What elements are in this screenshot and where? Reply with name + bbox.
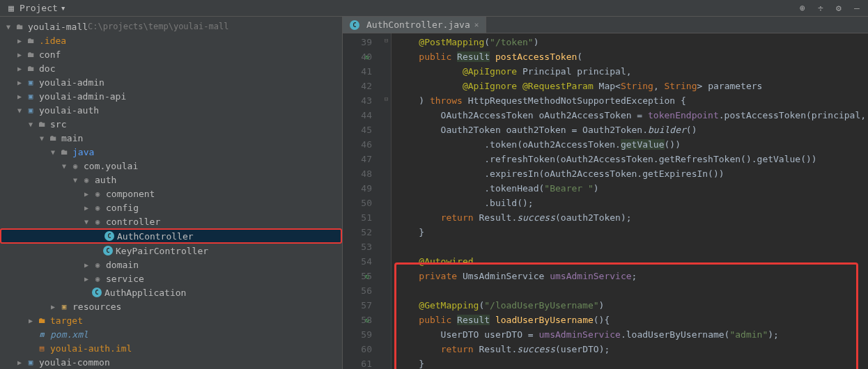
fold-gutter[interactable]	[382, 223, 391, 238]
code-line[interactable]: ) throws HttpRequestMethodNotSupportedEx…	[397, 93, 868, 108]
fold-gutter[interactable]: ⊟	[382, 92, 391, 107]
fold-gutter[interactable]	[382, 355, 391, 369]
tree-item-src[interactable]: ▼🖿src	[0, 117, 342, 131]
fold-gutter[interactable]	[382, 150, 391, 165]
code-line[interactable]: @ApiIgnore Principal principal,	[397, 64, 868, 79]
fold-gutter[interactable]	[382, 267, 391, 282]
expand-arrow-icon[interactable]: ▶	[15, 79, 24, 86]
code-line[interactable]: @ApiIgnore @RequestParam Map<String, Str…	[397, 79, 868, 93]
fold-gutter[interactable]	[382, 107, 391, 121]
expand-arrow-icon[interactable]: ▶	[15, 93, 24, 100]
fold-gutter[interactable]	[382, 165, 391, 180]
expand-arrow-icon[interactable]: ▼	[4, 23, 13, 31]
code-line[interactable]: }	[397, 356, 868, 369]
tree-item-target[interactable]: ▶🖿target	[0, 313, 342, 327]
fold-gutter[interactable]	[382, 48, 391, 63]
tree-item-youlai-auth[interactable]: ▼▣youlai-auth	[0, 103, 342, 117]
tree-item-auth[interactable]: ▼◉auth	[0, 173, 342, 187]
code-line[interactable]: }	[397, 225, 868, 240]
tree-item-resources[interactable]: ▶▣resources	[0, 299, 342, 313]
gear-icon[interactable]: ⚙	[833, 3, 844, 14]
fold-gutter[interactable]	[382, 121, 391, 136]
fold-gutter[interactable]	[382, 77, 391, 92]
fold-gutter[interactable]: ⊟	[382, 33, 391, 48]
tree-item-config[interactable]: ▶◉config	[0, 201, 342, 214]
project-tree[interactable]: ▼🖿youlai-mall C:\projects\temp\youlai-ma…	[0, 17, 343, 369]
tree-item-component[interactable]: ▶◉component	[0, 187, 342, 201]
fold-gutter[interactable]	[382, 311, 391, 326]
code-line[interactable]: .tokenHead("Bearer ")	[397, 181, 868, 196]
gutter-override-icon[interactable]: ↻	[364, 49, 371, 64]
expand-arrow-icon[interactable]: ▶	[49, 303, 57, 311]
fold-gutter[interactable]	[382, 136, 391, 150]
tree-item-service[interactable]: ▶◉service	[0, 272, 342, 285]
fold-gutter[interactable]	[382, 63, 391, 77]
code-line[interactable]: return Result.success(userDTO);	[397, 342, 868, 356]
minimize-icon[interactable]: —	[851, 3, 862, 14]
expand-arrow-icon[interactable]: ▼	[49, 148, 57, 156]
fold-gutter[interactable]	[382, 326, 391, 340]
expand-arrow-icon[interactable]: ▶	[15, 65, 24, 72]
expand-arrow-icon[interactable]: ▶	[82, 204, 91, 212]
fold-gutter[interactable]	[382, 180, 391, 194]
tree-item-keypaircontroller[interactable]: CKeyPairController	[0, 244, 342, 258]
tree-item-com-youlai[interactable]: ▼◉com.youlai	[0, 159, 342, 173]
expand-arrow-icon[interactable]: ▼	[38, 134, 46, 142]
tree-item-youlai-auth-iml[interactable]: ▤youlai-auth.iml	[0, 341, 342, 355]
expand-arrow-icon[interactable]: ▼	[15, 107, 24, 114]
fold-gutter[interactable]	[382, 340, 391, 355]
code-line[interactable]: @GetMapping("/loadUserByUsername")	[397, 298, 868, 313]
fold-gutter[interactable]	[382, 209, 391, 223]
tree-item-authapplication[interactable]: CAuthApplication	[0, 285, 342, 299]
tab-authcontroller[interactable]: C AuthController.java ✕	[343, 17, 486, 33]
fold-gutter[interactable]	[382, 194, 391, 209]
fold-gutter[interactable]	[382, 238, 391, 253]
expand-arrow-icon[interactable]: ▶	[82, 275, 91, 283]
tree-item-pom-xml[interactable]: mpom.xml	[0, 327, 342, 341]
tree-item-java[interactable]: ▼🖿java	[0, 145, 342, 159]
expand-arrow-icon[interactable]: ▼	[82, 218, 91, 226]
tree-item-main[interactable]: ▼🖿main	[0, 131, 342, 145]
expand-arrow-icon[interactable]: ▼	[71, 176, 79, 184]
code-line[interactable]: UserDTO userDTO = umsAdminService.loadUs…	[397, 327, 868, 342]
expand-arrow-icon[interactable]: ▼	[60, 162, 68, 170]
close-icon[interactable]: ✕	[474, 20, 479, 29]
expand-arrow-icon[interactable]: ▶	[26, 317, 35, 324]
expand-arrow-icon[interactable]: ▼	[26, 120, 35, 128]
expand-arrow-icon[interactable]: ▶	[82, 261, 91, 269]
code-line[interactable]: .expiresIn(oAuth2AccessToken.getExpiresI…	[397, 166, 868, 181]
gutter-override-icon[interactable]: ↻	[364, 269, 371, 283]
tree-item-youlai-common[interactable]: ▶▣youlai-common	[0, 355, 342, 369]
tree-item-youlai-admin-api[interactable]: ▶▣youlai-admin-api	[0, 89, 342, 103]
expand-arrow-icon[interactable]: ▶	[82, 190, 91, 198]
code-line[interactable]: Oauth2Token oauth2Token = Oauth2Token.bu…	[397, 123, 868, 137]
code-line[interactable]: return Result.success(oauth2Token);	[397, 210, 868, 225]
code-line[interactable]: @Autowired	[397, 254, 868, 269]
toolbar-chevron-icon[interactable]: ▾	[61, 3, 66, 13]
code-line[interactable]: @PostMapping("/token")	[397, 35, 868, 49]
code-line[interactable]	[397, 283, 868, 298]
tree-item-controller[interactable]: ▼◉controller	[0, 214, 342, 228]
tree-item--idea[interactable]: ▶🖿.idea	[0, 33, 342, 47]
expand-arrow-icon[interactable]: ▶	[15, 359, 24, 366]
expand-arrow-icon[interactable]: ▶	[15, 37, 24, 45]
tree-item-doc[interactable]: ▶🖿doc	[0, 61, 342, 75]
code-line[interactable]: public Result loadUserByUsername(){	[397, 313, 868, 327]
code-line[interactable]: private UmsAdminService umsAdminService;	[397, 269, 868, 283]
code-line[interactable]: .refreshToken(oAuth2AccessToken.getRefre…	[397, 152, 868, 166]
fold-gutter[interactable]	[382, 253, 391, 267]
code-line[interactable]: .token(oAuth2AccessToken.getValue())	[397, 137, 868, 152]
tree-item-conf[interactable]: ▶🖿conf	[0, 47, 342, 61]
tree-item-youlai-mall[interactable]: ▼🖿youlai-mall C:\projects\temp\youlai-ma…	[0, 19, 342, 33]
code-line[interactable]	[397, 240, 868, 254]
code-editor[interactable]: 3940↻414243444546474849505152535455↻5657…	[343, 33, 868, 369]
code-line[interactable]: .build();	[397, 196, 868, 210]
tree-item-authcontroller[interactable]: CAuthController	[0, 228, 342, 244]
expand-arrow-icon[interactable]: ▶	[15, 51, 24, 58]
fold-gutter[interactable]	[382, 282, 391, 297]
target-icon[interactable]: ⊕	[797, 3, 808, 14]
fold-gutter[interactable]	[382, 297, 391, 311]
tree-item-youlai-admin[interactable]: ▶▣youlai-admin	[0, 75, 342, 89]
code-line[interactable]: public Result postAccessToken(	[397, 49, 868, 64]
code-line[interactable]: OAuth2AccessToken oAuth2AccessToken = to…	[397, 108, 868, 123]
